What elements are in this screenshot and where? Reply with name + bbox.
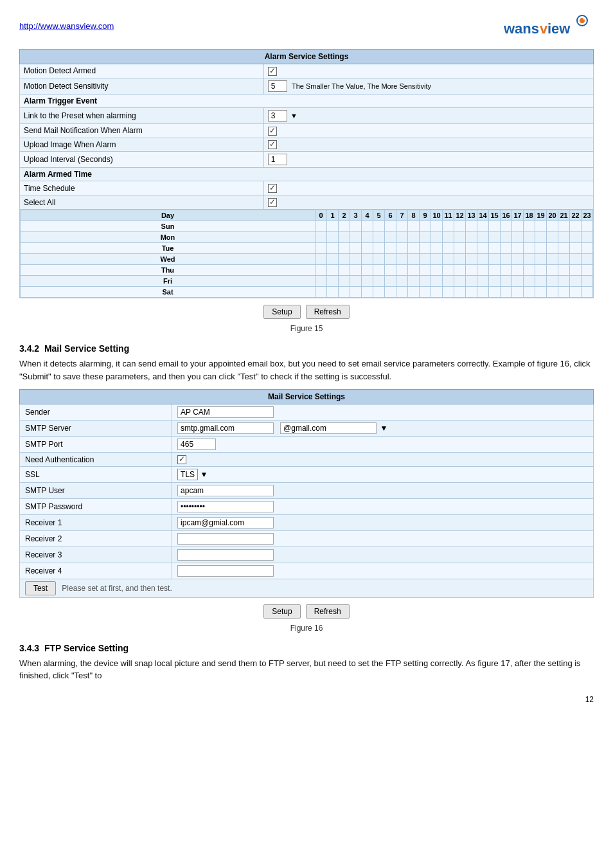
- schedule-cell[interactable]: [454, 287, 466, 298]
- schedule-cell[interactable]: [385, 243, 396, 254]
- schedule-cell[interactable]: [454, 232, 466, 243]
- schedule-cell[interactable]: [512, 265, 524, 276]
- schedule-cell[interactable]: [327, 276, 339, 287]
- schedule-cell[interactable]: [477, 221, 489, 232]
- schedule-cell[interactable]: [454, 243, 466, 254]
- schedule-cell[interactable]: [582, 232, 593, 243]
- schedule-cell[interactable]: [327, 287, 339, 298]
- schedule-cell[interactable]: [443, 287, 454, 298]
- schedule-cell[interactable]: [420, 265, 431, 276]
- mail-refresh-button[interactable]: Refresh: [306, 604, 350, 619]
- schedule-cell[interactable]: [501, 243, 512, 254]
- motion-armed-checkbox[interactable]: [268, 67, 277, 76]
- schedule-cell[interactable]: [489, 232, 501, 243]
- schedule-cell[interactable]: [489, 254, 501, 265]
- test-button[interactable]: Test: [25, 581, 56, 595]
- schedule-cell[interactable]: [582, 287, 593, 298]
- schedule-cell[interactable]: [535, 276, 547, 287]
- schedule-cell[interactable]: [327, 232, 339, 243]
- schedule-cell[interactable]: [501, 221, 512, 232]
- schedule-cell[interactable]: [547, 265, 558, 276]
- schedule-cell[interactable]: [339, 276, 350, 287]
- schedule-cell[interactable]: [420, 232, 431, 243]
- upload-interval-input[interactable]: 1: [268, 154, 287, 165]
- schedule-cell[interactable]: [582, 276, 593, 287]
- schedule-cell[interactable]: [535, 232, 547, 243]
- select-all-checkbox[interactable]: [268, 198, 277, 207]
- receiver4-input[interactable]: [177, 565, 274, 577]
- schedule-cell[interactable]: [339, 287, 350, 298]
- receiver1-input[interactable]: [177, 517, 274, 529]
- smtp-server-input[interactable]: [177, 422, 274, 434]
- schedule-cell[interactable]: [466, 276, 477, 287]
- schedule-cell[interactable]: [547, 254, 558, 265]
- schedule-cell[interactable]: [350, 265, 362, 276]
- schedule-cell[interactable]: [477, 232, 489, 243]
- schedule-cell[interactable]: [558, 232, 570, 243]
- schedule-cell[interactable]: [431, 254, 443, 265]
- schedule-cell[interactable]: [489, 287, 501, 298]
- schedule-cell[interactable]: [385, 232, 396, 243]
- schedule-cell[interactable]: [477, 265, 489, 276]
- schedule-cell[interactable]: [396, 287, 408, 298]
- schedule-cell[interactable]: [431, 287, 443, 298]
- schedule-cell[interactable]: [477, 276, 489, 287]
- schedule-cell[interactable]: [362, 265, 373, 276]
- schedule-cell[interactable]: [350, 254, 362, 265]
- schedule-cell[interactable]: [315, 232, 327, 243]
- schedule-cell[interactable]: [582, 265, 593, 276]
- schedule-cell[interactable]: [396, 254, 408, 265]
- schedule-cell[interactable]: [385, 221, 396, 232]
- schedule-cell[interactable]: [327, 221, 339, 232]
- schedule-cell[interactable]: [535, 254, 547, 265]
- schedule-cell[interactable]: [396, 265, 408, 276]
- schedule-cell[interactable]: [420, 221, 431, 232]
- schedule-cell[interactable]: [408, 221, 420, 232]
- schedule-cell[interactable]: [570, 287, 582, 298]
- sender-input[interactable]: [177, 406, 274, 418]
- schedule-cell[interactable]: [489, 221, 501, 232]
- schedule-cell[interactable]: [339, 254, 350, 265]
- schedule-cell[interactable]: [477, 254, 489, 265]
- link-preset-select[interactable]: 3: [268, 110, 287, 122]
- schedule-cell[interactable]: [454, 265, 466, 276]
- schedule-cell[interactable]: [408, 232, 420, 243]
- schedule-cell[interactable]: [558, 287, 570, 298]
- schedule-cell[interactable]: [466, 232, 477, 243]
- schedule-cell[interactable]: [582, 221, 593, 232]
- schedule-cell[interactable]: [570, 276, 582, 287]
- schedule-cell[interactable]: [420, 287, 431, 298]
- time-schedule-checkbox[interactable]: [268, 184, 277, 193]
- schedule-cell[interactable]: [466, 243, 477, 254]
- schedule-cell[interactable]: [373, 243, 385, 254]
- schedule-cell[interactable]: [466, 265, 477, 276]
- schedule-cell[interactable]: [524, 276, 535, 287]
- schedule-cell[interactable]: [373, 221, 385, 232]
- schedule-cell[interactable]: [396, 276, 408, 287]
- schedule-cell[interactable]: [512, 287, 524, 298]
- schedule-cell[interactable]: [489, 243, 501, 254]
- schedule-cell[interactable]: [396, 243, 408, 254]
- receiver3-input[interactable]: [177, 549, 274, 561]
- schedule-cell[interactable]: [558, 254, 570, 265]
- schedule-cell[interactable]: [339, 265, 350, 276]
- schedule-cell[interactable]: [408, 254, 420, 265]
- schedule-cell[interactable]: [466, 254, 477, 265]
- schedule-cell[interactable]: [408, 265, 420, 276]
- schedule-cell[interactable]: [512, 221, 524, 232]
- schedule-cell[interactable]: [512, 254, 524, 265]
- schedule-cell[interactable]: [477, 287, 489, 298]
- schedule-cell[interactable]: [524, 265, 535, 276]
- schedule-cell[interactable]: [489, 265, 501, 276]
- schedule-cell[interactable]: [362, 221, 373, 232]
- schedule-cell[interactable]: [535, 265, 547, 276]
- schedule-cell[interactable]: [535, 243, 547, 254]
- schedule-cell[interactable]: [501, 232, 512, 243]
- schedule-cell[interactable]: [385, 287, 396, 298]
- schedule-cell[interactable]: [373, 254, 385, 265]
- schedule-cell[interactable]: [512, 232, 524, 243]
- schedule-cell[interactable]: [385, 265, 396, 276]
- schedule-cell[interactable]: [501, 287, 512, 298]
- upload-image-checkbox[interactable]: [268, 140, 277, 149]
- company-link[interactable]: http://www.wansview.com: [19, 21, 114, 31]
